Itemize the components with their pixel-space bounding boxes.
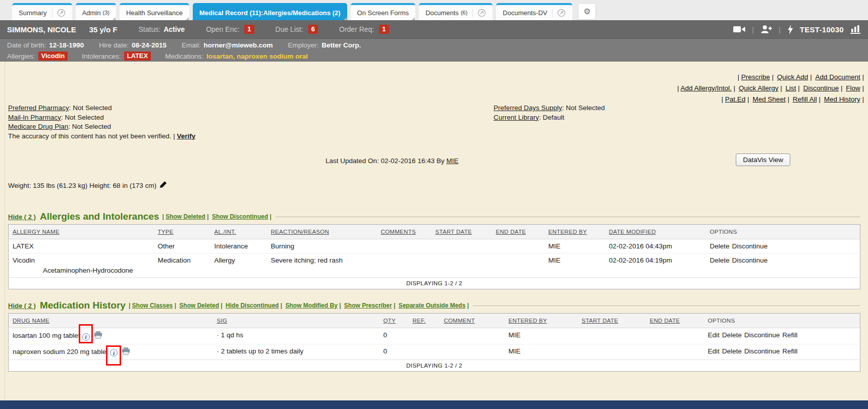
col-drug-name[interactable]: DRUG NAME: [9, 314, 213, 328]
end-date-cell: [492, 239, 545, 253]
link-med-history[interactable]: Med History: [824, 95, 864, 103]
discontinue-link[interactable]: Discontinue: [744, 331, 780, 339]
allergy-name-cell[interactable]: Vicodin Acetaminophen-Hydrocodone: [9, 253, 154, 278]
hide-discontinued-link[interactable]: Hide Discontinued: [226, 302, 282, 309]
drug-name[interactable]: naproxen sodium 220 mg tablet: [13, 348, 108, 355]
separate-outside-meds-link[interactable]: Separate Outside Meds: [399, 302, 469, 309]
col-al-int[interactable]: AL./INT.: [210, 225, 267, 239]
due-list-badge[interactable]: 6: [308, 25, 318, 34]
col-ref[interactable]: REF.: [409, 314, 440, 328]
discontinue-link[interactable]: Discontinue: [732, 257, 768, 264]
tab-on-screen-forms[interactable]: On Screen Forms: [351, 3, 416, 20]
edit-link[interactable]: Edit: [708, 347, 720, 355]
drug-name[interactable]: losartan 100 mg tablet: [13, 332, 80, 339]
drug-info-icon[interactable]: i: [82, 333, 90, 341]
lightning-icon[interactable]: [787, 25, 793, 34]
datavis-view-button[interactable]: DataVis View: [736, 154, 790, 166]
current-library-value: Default: [543, 114, 565, 121]
allergy-badge[interactable]: Vicodin: [38, 52, 68, 61]
col-comment[interactable]: COMMENT: [440, 314, 505, 328]
show-modified-by-link[interactable]: Show Modified By: [285, 302, 341, 309]
verify-link[interactable]: Verify: [177, 132, 195, 140]
col-type[interactable]: TYPE: [154, 225, 210, 239]
video-camera-icon[interactable]: [733, 25, 745, 33]
show-prescriber-link[interactable]: Show Prescriber: [344, 302, 395, 309]
link-prescribe[interactable]: Prescribe: [741, 73, 774, 81]
popout-icon[interactable]: [552, 9, 566, 17]
link-flow[interactable]: Flow: [846, 84, 864, 92]
col-end-date[interactable]: END DATE: [492, 225, 545, 239]
col-qty[interactable]: QTY: [379, 314, 409, 328]
col-comments[interactable]: COMMENTS: [377, 225, 431, 239]
show-classes-link[interactable]: Show Classes: [132, 302, 176, 309]
col-date-modified[interactable]: DATE MODIFIED: [605, 225, 706, 239]
print-icon[interactable]: [122, 347, 130, 356]
tab-admin[interactable]: Admin (3): [76, 3, 116, 20]
refill-link[interactable]: Refill: [782, 331, 797, 339]
tab-documents-dv[interactable]: Documents-DV: [496, 3, 572, 20]
delete-link[interactable]: Delete: [722, 347, 742, 355]
print-icon[interactable]: [94, 331, 102, 340]
open-enc-badge[interactable]: 1: [244, 25, 254, 34]
col-start-date[interactable]: START DATE: [578, 314, 646, 328]
drug-info-icon[interactable]: i: [110, 349, 118, 356]
end-date-cell: [646, 328, 704, 344]
col-entered-by[interactable]: ENTERED BY: [545, 225, 605, 239]
delete-link[interactable]: Delete: [722, 331, 742, 339]
col-allergy-name[interactable]: ALLERGY NAME: [9, 225, 154, 239]
link-med-sheet[interactable]: Med Sheet: [752, 95, 789, 103]
discontinue-link[interactable]: Discontinue: [732, 242, 768, 250]
refill-link[interactable]: Refill: [782, 347, 797, 355]
show-deleted-link[interactable]: Show Deleted: [166, 213, 208, 220]
current-library-link[interactable]: Current Library: [494, 114, 539, 121]
drug-name-cell: naproxen sodium 220 mg tableti: [9, 344, 213, 360]
edit-link[interactable]: Edit: [708, 331, 720, 339]
link-quick-allergy[interactable]: Quick Allergy: [739, 84, 782, 92]
last-updated-user-link[interactable]: MIE: [446, 157, 458, 165]
show-deleted-link[interactable]: Show Deleted: [179, 302, 222, 309]
start-date-cell: [578, 344, 646, 360]
medications-value[interactable]: losartan, naproxen sodium oral: [206, 53, 308, 60]
delete-link[interactable]: Delete: [710, 242, 730, 250]
link-refill-all[interactable]: Refill All: [793, 95, 821, 103]
tab-label: Documents-DV: [503, 9, 547, 17]
ref-cell: [409, 328, 440, 344]
link-pat-ed[interactable]: Pat.Ed: [725, 95, 749, 103]
link-add-document[interactable]: Add Document: [815, 73, 864, 81]
link-discontinue[interactable]: Discontinue: [803, 84, 843, 92]
order-req-badge[interactable]: 1: [379, 25, 389, 34]
link-list[interactable]: List: [786, 84, 800, 92]
last-updated-line: Last Updated On: 02-02-2016 16:43 By MIE: [326, 157, 458, 165]
link-quick-add[interactable]: Quick Add: [777, 73, 812, 81]
popout-icon[interactable]: [472, 9, 486, 17]
discontinue-link[interactable]: Discontinue: [744, 347, 780, 355]
preferred-pharmacy-link[interactable]: Preferred Pharmacy: [8, 104, 69, 112]
link-add-allergy-intol[interactable]: Add Allergy/Intol.: [680, 84, 735, 92]
tab-medical-record[interactable]: Medical Record (11):Allergies/Medication…: [193, 3, 347, 20]
intolerance-badge[interactable]: LATEX: [124, 52, 151, 61]
settings-gear-icon[interactable]: ⚙︎: [578, 3, 596, 20]
tab-documents[interactable]: Documents (6): [419, 3, 493, 20]
col-sig[interactable]: SIG: [213, 314, 379, 328]
show-discontinued-link[interactable]: Show Discontinued: [212, 213, 272, 220]
mail-in-pharmacy-link[interactable]: Mail-In Pharmacy: [8, 114, 61, 121]
col-entered-by[interactable]: ENTERED BY: [505, 314, 578, 328]
col-start-date[interactable]: START DATE: [431, 225, 492, 239]
allergy-name-cell[interactable]: LATEX: [9, 239, 154, 253]
add-user-icon[interactable]: [761, 25, 772, 34]
medications-hide-link[interactable]: Hide ( 2 ): [8, 302, 36, 310]
popout-icon[interactable]: [52, 9, 66, 17]
bar-chart-icon[interactable]: [850, 25, 861, 34]
medicare-drug-plan-link[interactable]: Medicare Drug Plan: [8, 123, 68, 130]
tab-label: Documents: [425, 9, 459, 17]
tab-summary[interactable]: Summary: [12, 3, 72, 20]
allergies-hide-link[interactable]: Hide ( 2 ): [8, 213, 36, 221]
edit-pencil-icon[interactable]: [159, 181, 167, 190]
delete-link[interactable]: Delete: [710, 257, 730, 264]
col-reaction[interactable]: REACTION/REASON: [267, 225, 377, 239]
days-supply-link[interactable]: Preferred Days Supply: [494, 104, 562, 112]
col-end-date[interactable]: END DATE: [646, 314, 704, 328]
bottom-bar: [0, 400, 868, 409]
col-options: OPTIONS: [706, 225, 860, 239]
tab-health-surveillance[interactable]: Health Surveillance: [120, 3, 189, 20]
